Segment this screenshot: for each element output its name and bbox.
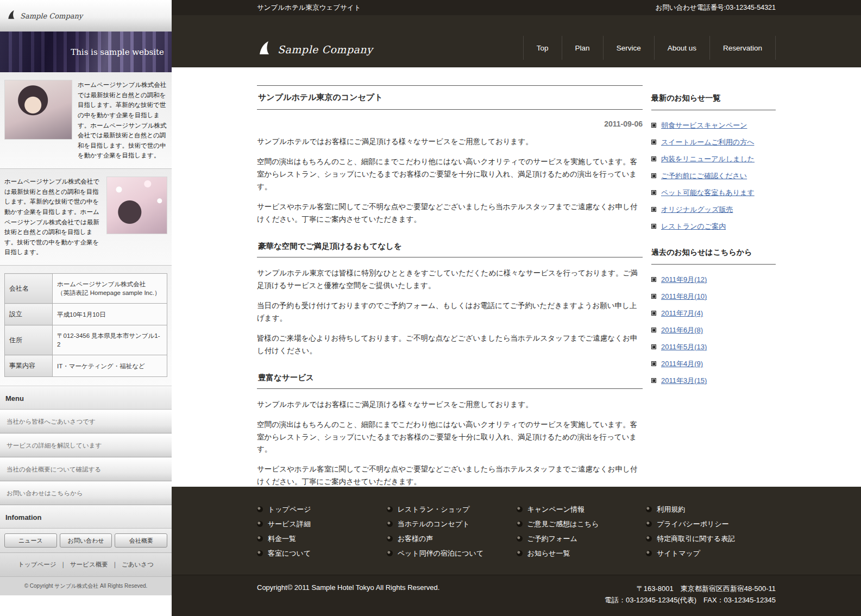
list-item: スイートルームご利用の方へ: [651, 134, 776, 150]
sidebar-menu-item-contact[interactable]: お問い合わせはこちらから: [0, 481, 172, 505]
footer-link[interactable]: お客様の声: [398, 534, 433, 544]
footer-link[interactable]: 特定商取引に関する表記: [657, 534, 735, 544]
nav-item-plan[interactable]: Plan: [562, 36, 603, 60]
footer-address-line1: 〒163-8001 東京都新宿区西新宿48-500-11: [605, 583, 776, 595]
square-bullet-icon: [651, 311, 656, 316]
footer-address-line2: 電話：03-12345-12345(代表) FAX：03-12345-12345: [605, 595, 776, 606]
archive-link[interactable]: 2011年6月(8): [661, 325, 703, 335]
footer-link[interactable]: 利用規約: [657, 505, 685, 514]
footer-link[interactable]: トップページ: [268, 505, 311, 514]
list-item: ペット可能な客室もあります: [651, 184, 776, 201]
news-link[interactable]: 内装をリニューアルしました: [661, 154, 755, 164]
archive-link[interactable]: 2011年5月(13): [661, 342, 707, 352]
round-bullet-icon: [646, 521, 652, 527]
sidebar-link-greeting[interactable]: ごあいさつ: [122, 561, 154, 569]
square-bullet-icon: [651, 361, 656, 366]
footer-link[interactable]: キャンペーン情報: [527, 505, 585, 514]
latest-news-heading: 最新のお知らせ一覧: [651, 90, 776, 110]
nav-item-reservation[interactable]: Reservation: [709, 36, 776, 60]
article-paragraph: サンプルホテルではお客様にご満足頂ける様々なサービスをご用意しております。: [257, 399, 643, 411]
footer-link[interactable]: ご意見ご感想はこちら: [527, 519, 599, 529]
footer-column-2: レストラン・ショップ 当ホテルのコンセプト お客様の声 ペット同伴の宿泊について: [387, 502, 517, 561]
main-nav: Top Plan Service About us Reservation: [523, 36, 776, 60]
square-bullet-icon: [651, 140, 656, 144]
nav-item-top[interactable]: Top: [523, 36, 562, 60]
square-bullet-icon: [651, 123, 656, 128]
sidebar-link-top[interactable]: トップページ: [18, 561, 56, 569]
footer-item: 利用規約: [646, 502, 776, 517]
footer-item: サービス詳細: [257, 517, 387, 531]
footer-link[interactable]: 当ホテルのコンセプト: [398, 519, 470, 529]
archive-link[interactable]: 2011年9月(12): [661, 275, 707, 285]
list-item: 内装をリニューアルしました: [651, 150, 776, 167]
sidebar-link-service[interactable]: サービス概要: [70, 561, 108, 569]
link-separator: ｜: [112, 561, 118, 569]
contact-button[interactable]: お問い合わせ: [60, 533, 112, 548]
link-separator: ｜: [60, 561, 66, 569]
sidebar-banner-image: This is sample website: [0, 32, 172, 72]
footer-link[interactable]: 客室について: [268, 549, 311, 558]
section-heading-hospitality: 豪華な空間でご満足頂けるおもてなしを: [257, 239, 643, 257]
square-bullet-icon: [651, 156, 656, 161]
footer-bottom-bar: Copyright© 2011 Sample Hotel Tokyo All R…: [172, 575, 861, 616]
page: Sample Company This is sample website ホー…: [0, 0, 861, 616]
round-bullet-icon: [646, 550, 652, 556]
footer-link[interactable]: ご予約フォーム: [527, 534, 577, 544]
archive-link[interactable]: 2011年3月(15): [661, 376, 707, 386]
footer-link[interactable]: サイトマップ: [657, 549, 700, 558]
section-heading-services: 豊富なサービス: [257, 370, 643, 389]
footer-link[interactable]: プライバシーポリシー: [657, 519, 728, 529]
table-row: 設立 平成10年1月10日: [5, 304, 167, 325]
table-row: 事業内容 IT・マーケティング・福祉など: [5, 355, 167, 377]
information-heading: Infomation: [0, 505, 172, 529]
company-profile-button[interactable]: 会社概要: [115, 533, 167, 548]
news-button[interactable]: ニュース: [4, 533, 57, 548]
news-link[interactable]: ペット可能な客室もあります: [661, 188, 755, 198]
article: サンプルホテル東京のコンセプト 2011-09-06 サンプルホテルではお客様に…: [257, 85, 643, 535]
news-link[interactable]: レストランのご案内: [661, 222, 726, 231]
sidebar-menu-item-service[interactable]: サービスの詳細を解説しています: [0, 433, 172, 457]
article-paragraph: サービスやホテル客室に関してご不明な点やご要望などございましたら当ホテルスタッフ…: [257, 201, 643, 226]
list-item: 2011年6月(8): [651, 322, 776, 338]
topbar-site-title: サンプルホテル東京ウェブサイト: [257, 3, 361, 12]
nav-item-service[interactable]: Service: [603, 36, 654, 60]
news-link[interactable]: ご予約前にご確認ください: [661, 171, 747, 181]
address-value: 〒012-3456 見本県見本市サンプル1-2: [53, 325, 167, 355]
round-bullet-icon: [387, 506, 393, 512]
footer-link[interactable]: お知らせ一覧: [527, 549, 570, 558]
list-item: オリジナルグッズ販売: [651, 201, 776, 218]
footer-link[interactable]: レストラン・ショップ: [398, 505, 470, 514]
nav-item-about[interactable]: About us: [654, 36, 709, 60]
list-item: 2011年9月(12): [651, 271, 776, 288]
header-logo[interactable]: Sample Company: [257, 40, 373, 60]
footer-link[interactable]: ペット同伴の宿泊について: [398, 549, 483, 558]
article-title: サンプルホテル東京のコンセプト: [257, 85, 643, 110]
article-paragraph: 空間の演出はもちろんのこと、細部にまでこだわり他にはない高いクオリティでのサービ…: [257, 419, 643, 456]
company-sail-icon: [257, 40, 271, 59]
sidebar-menu-item-company[interactable]: 当社の会社概要について確認する: [0, 457, 172, 481]
sidebar-intro-block-1: ホームページサンプル株式会社では最新技術と自然との調和を目指します。革新的な技術…: [0, 72, 172, 169]
footer-item: レストラン・ショップ: [387, 502, 517, 517]
article-paragraph: サンプルホテルではお客様にご満足頂ける様々なサービスをご用意しております。: [257, 136, 643, 148]
footer-item: 客室について: [257, 546, 387, 561]
news-link[interactable]: 朝食サービスキャンペーン: [661, 121, 747, 130]
footer-link[interactable]: 料金一覧: [268, 534, 296, 544]
list-item: 2011年3月(15): [651, 372, 776, 389]
footer-item: お知らせ一覧: [517, 546, 646, 561]
round-bullet-icon: [387, 536, 393, 542]
article-paragraph: 空間の演出はもちろんのこと、細部にまでこだわり他にはない高いクオリティでのサービ…: [257, 156, 643, 193]
round-bullet-icon: [387, 550, 393, 556]
address-label: 住所: [5, 325, 53, 355]
archive-link[interactable]: 2011年4月(9): [661, 359, 703, 369]
round-bullet-icon: [517, 550, 523, 556]
footer-link[interactable]: サービス詳細: [268, 519, 311, 529]
news-link[interactable]: スイートルームご利用の方へ: [661, 137, 754, 147]
sidebar-menu-item-greeting[interactable]: 当社から皆様へごあいさつです: [0, 410, 172, 433]
topbar: サンプルホテル東京ウェブサイト お問い合わせ電話番号:03-12345-5432…: [172, 0, 861, 15]
archive-link[interactable]: 2011年7月(4): [661, 309, 703, 318]
footer-column-1: トップページ サービス詳細 料金一覧 客室について: [257, 502, 387, 561]
cherry-blossom-photo: [106, 177, 167, 234]
news-link[interactable]: オリジナルグッズ販売: [661, 205, 733, 215]
archive-link[interactable]: 2011年8月(10): [661, 292, 707, 301]
round-bullet-icon: [257, 506, 263, 512]
